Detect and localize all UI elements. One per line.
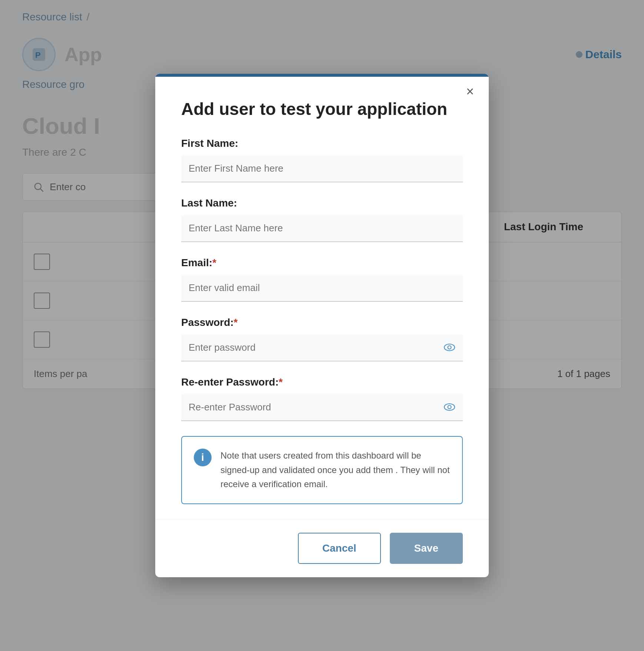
info-box: i Note that users created from this dash… [181, 436, 463, 504]
modal-title: Add user to test your application [181, 99, 463, 119]
cancel-button[interactable]: Cancel [298, 533, 381, 564]
modal-footer: Cancel Save [155, 519, 489, 577]
password-input-wrapper [181, 334, 463, 361]
reenter-required-marker: * [279, 376, 283, 388]
password-required-marker: * [234, 317, 238, 328]
svg-point-7 [448, 405, 451, 409]
last-name-input[interactable] [181, 215, 463, 242]
email-label: Email:* [181, 257, 463, 269]
first-name-input-wrapper [181, 155, 463, 182]
first-name-group: First Name: [181, 138, 463, 182]
info-icon: i [194, 449, 212, 466]
reenter-password-group: Re-enter Password:* [181, 376, 463, 421]
last-name-input-wrapper [181, 215, 463, 242]
reenter-password-label: Re-enter Password:* [181, 376, 463, 388]
svg-point-4 [444, 344, 455, 351]
reenter-input-wrapper [181, 394, 463, 421]
email-required-marker: * [212, 257, 216, 268]
password-input[interactable] [181, 334, 463, 361]
modal-body: Add user to test your application First … [155, 77, 489, 519]
password-label: Password:* [181, 317, 463, 328]
last-name-group: Last Name: [181, 197, 463, 242]
modal: × Add user to test your application Firs… [155, 74, 489, 577]
svg-point-5 [448, 346, 451, 349]
email-input[interactable] [181, 275, 463, 302]
last-name-label: Last Name: [181, 197, 463, 209]
reenter-password-input[interactable] [181, 394, 463, 421]
save-button[interactable]: Save [390, 533, 463, 564]
email-input-wrapper [181, 275, 463, 302]
svg-point-6 [444, 404, 455, 410]
first-name-label: First Name: [181, 138, 463, 149]
password-group: Password:* [181, 317, 463, 361]
close-button[interactable]: × [466, 85, 474, 98]
first-name-input[interactable] [181, 155, 463, 182]
modal-top-bar [155, 74, 489, 77]
info-text: Note that users created from this dashbo… [220, 449, 450, 491]
email-group: Email:* [181, 257, 463, 302]
password-toggle-eye-icon[interactable] [444, 342, 455, 354]
reenter-toggle-eye-icon[interactable] [444, 402, 455, 414]
modal-overlay: × Add user to test your application Firs… [0, 0, 644, 651]
